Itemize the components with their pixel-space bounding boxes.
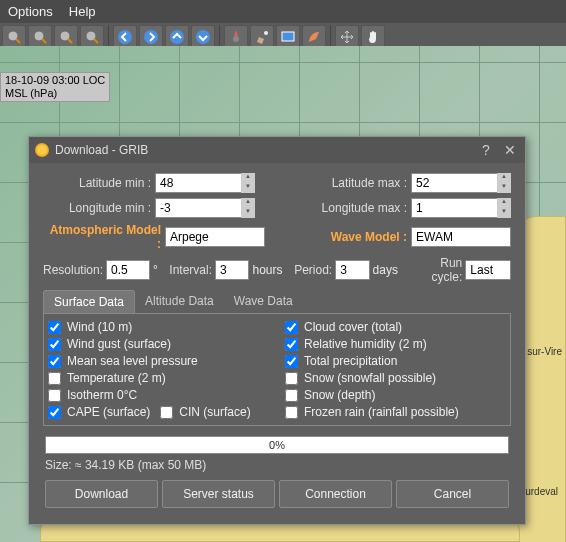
chk-cin[interactable]: CIN (surface): [160, 405, 250, 419]
info-overlay: 18-10-09 03:00 LOC MSL (hPa): [0, 72, 110, 102]
svg-line-1: [16, 39, 20, 43]
runcycle-label: Run cycle:: [410, 256, 463, 284]
chk-frozen[interactable]: Frozen rain (rainfall possible): [285, 405, 506, 419]
checkbox-panel: Wind (10 m) Cloud cover (total) Wind gus…: [43, 314, 511, 426]
resolution-unit: °: [153, 263, 158, 277]
interval-unit: hours: [252, 263, 282, 277]
menu-help[interactable]: Help: [69, 4, 96, 19]
server-status-button[interactable]: Server status: [162, 480, 275, 508]
spin-buttons[interactable]: ▲▼: [241, 173, 255, 193]
chk-cape[interactable]: CAPE (surface): [48, 405, 150, 419]
wave-model-select[interactable]: EWAM: [411, 227, 511, 247]
lon-min-label: Longitude min :: [43, 201, 151, 215]
connection-button[interactable]: Connection: [279, 480, 392, 508]
city-label: sur-Vire: [527, 346, 562, 357]
chk-temp[interactable]: Temperature (2 m): [48, 371, 269, 385]
spin-buttons[interactable]: ▲▼: [241, 198, 255, 218]
lat-max-label: Latitude max :: [307, 176, 407, 190]
chk-snowfall[interactable]: Snow (snowfall possible): [285, 371, 506, 385]
lat-min-label: Latitude min :: [43, 176, 151, 190]
chk-precip[interactable]: Total precipitation: [285, 354, 506, 368]
resolution-label: Resolution:: [43, 263, 103, 277]
dialog-titlebar: Download - GRIB ? ✕: [29, 137, 525, 163]
dialog-title: Download - GRIB: [55, 143, 471, 157]
lon-max-input[interactable]: [411, 198, 511, 218]
svg-rect-14: [282, 32, 294, 41]
size-label: Size: ≈ 34.19 KB (max 50 MB): [45, 458, 509, 472]
svg-point-9: [144, 30, 158, 44]
svg-point-8: [118, 30, 132, 44]
atm-model-label: Atmospheric Model :: [43, 223, 161, 251]
spin-buttons[interactable]: ▲▼: [497, 173, 511, 193]
svg-point-12: [233, 36, 239, 42]
resolution-select[interactable]: 0.5: [106, 260, 150, 280]
wave-model-label: Wave Model :: [327, 230, 407, 244]
cancel-button[interactable]: Cancel: [396, 480, 509, 508]
svg-line-7: [94, 39, 98, 43]
info-layer: MSL (hPa): [5, 87, 105, 100]
atm-model-select[interactable]: Arpege: [165, 227, 265, 247]
dialog-icon: [35, 143, 49, 157]
chk-wind[interactable]: Wind (10 m): [48, 320, 269, 334]
lat-max-input[interactable]: [411, 173, 511, 193]
svg-line-3: [42, 39, 46, 43]
chk-relhum[interactable]: Relative humidity (2 m): [285, 337, 506, 351]
tab-surface[interactable]: Surface Data: [43, 290, 135, 313]
tab-altitude[interactable]: Altitude Data: [135, 290, 224, 313]
interval-label: Interval:: [169, 263, 212, 277]
lon-min-input[interactable]: [155, 198, 255, 218]
interval-select[interactable]: 3: [215, 260, 249, 280]
help-button[interactable]: ?: [477, 141, 495, 159]
progress-bar: 0%: [45, 436, 509, 454]
chk-cloud[interactable]: Cloud cover (total): [285, 320, 506, 334]
info-datetime: 18-10-09 03:00 LOC: [5, 74, 105, 87]
period-label: Period:: [294, 263, 332, 277]
close-button[interactable]: ✕: [501, 141, 519, 159]
download-button[interactable]: Download: [45, 480, 158, 508]
spin-buttons[interactable]: ▲▼: [497, 198, 511, 218]
svg-point-13: [264, 31, 268, 35]
chk-mslp[interactable]: Mean sea level pressure: [48, 354, 269, 368]
tab-wave[interactable]: Wave Data: [224, 290, 303, 313]
download-dialog: Download - GRIB ? ✕ Latitude min : ▲▼ La…: [28, 136, 526, 525]
period-select[interactable]: 3: [335, 260, 369, 280]
menu-options[interactable]: Options: [8, 4, 53, 19]
runcycle-select[interactable]: Last: [465, 260, 511, 280]
chk-gust[interactable]: Wind gust (surface): [48, 337, 269, 351]
menubar: Options Help: [0, 0, 566, 23]
chk-iso[interactable]: Isotherm 0°C: [48, 388, 269, 402]
svg-line-5: [68, 39, 72, 43]
svg-point-11: [196, 30, 210, 44]
tabs: Surface Data Altitude Data Wave Data: [43, 290, 511, 314]
lon-max-label: Longitude max :: [307, 201, 407, 215]
svg-point-10: [170, 30, 184, 44]
lat-min-input[interactable]: [155, 173, 255, 193]
period-unit: days: [373, 263, 398, 277]
chk-snowdepth[interactable]: Snow (depth): [285, 388, 506, 402]
